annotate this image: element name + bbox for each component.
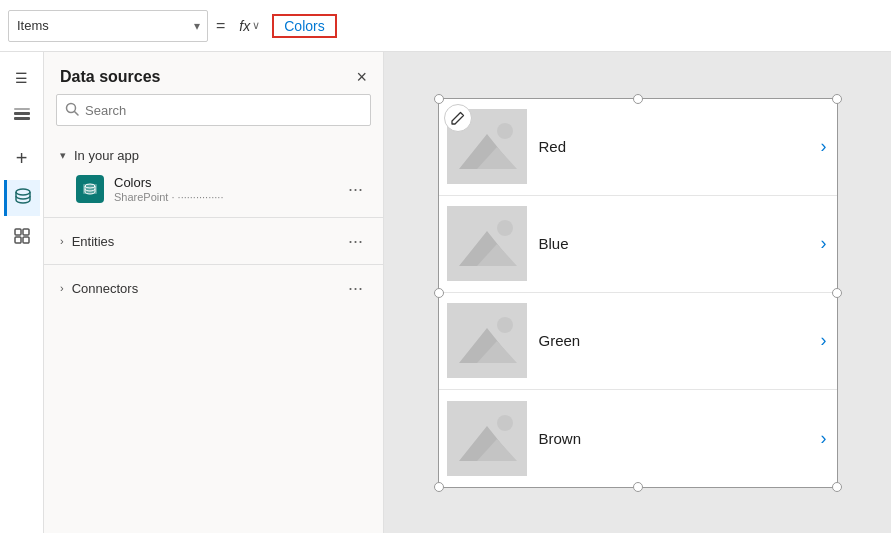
svg-rect-7 — [23, 237, 29, 243]
gallery-thumb-brown — [447, 401, 527, 476]
layers-icon — [13, 107, 31, 129]
formula-value-box[interactable]: Colors — [272, 14, 336, 38]
gallery-row-arrow-green: › — [821, 330, 837, 351]
fx-text: fx — [239, 18, 250, 34]
table-row[interactable]: Green › — [439, 293, 837, 390]
search-icon — [65, 102, 79, 119]
chevron-right-icon: › — [60, 235, 64, 247]
chevron-down-icon: ▾ — [60, 149, 66, 162]
items-select[interactable]: Items — [8, 10, 208, 42]
sidebar-icons-panel: ☰ + — [0, 52, 44, 533]
in-your-app-label: In your app — [74, 148, 367, 163]
colors-more-icon[interactable]: ··· — [344, 180, 367, 198]
gallery-row-label-green: Green — [539, 332, 821, 349]
canvas-area: Red › Blue › — [384, 52, 891, 533]
svg-point-27 — [497, 415, 513, 431]
connectors-group: › Connectors ··· — [44, 269, 383, 307]
connectors-label: Connectors — [72, 281, 344, 296]
chevron-right-icon-2: › — [60, 282, 64, 294]
fx-button[interactable]: fx ∨ — [233, 14, 266, 38]
svg-rect-6 — [15, 237, 21, 243]
component-icon — [13, 227, 31, 249]
gallery-row-arrow-brown: › — [821, 428, 837, 449]
hamburger-icon: ☰ — [15, 70, 28, 86]
equals-sign: = — [216, 17, 225, 35]
entities-label: Entities — [72, 234, 344, 249]
canvas-inner: Red › Blue › — [384, 52, 891, 533]
data-sources-panel: Data sources × ▾ In your app — [44, 52, 384, 533]
gallery-row-arrow-red: › — [821, 136, 837, 157]
entities-header[interactable]: › Entities ··· — [44, 226, 383, 256]
svg-rect-1 — [14, 117, 30, 120]
divider-2 — [44, 264, 383, 265]
gallery-row-label-red: Red — [539, 138, 821, 155]
gallery-thumb-blue — [447, 206, 527, 281]
gallery-container[interactable]: Red › Blue › — [438, 98, 838, 488]
svg-rect-2 — [14, 108, 30, 110]
gallery-row-arrow-blue: › — [821, 233, 837, 254]
svg-line-9 — [75, 111, 79, 115]
panel-close-button[interactable]: × — [356, 68, 367, 86]
layers-icon-btn[interactable] — [4, 100, 40, 136]
top-bar: Items = fx ∨ Colors — [0, 0, 891, 52]
svg-point-3 — [16, 189, 30, 195]
svg-point-23 — [497, 317, 513, 333]
hamburger-icon-btn[interactable]: ☰ — [4, 60, 40, 96]
in-your-app-header[interactable]: ▾ In your app — [44, 142, 383, 169]
svg-point-19 — [497, 220, 513, 236]
svg-rect-0 — [14, 112, 30, 115]
panel-title: Data sources — [60, 68, 161, 86]
data-icon-btn[interactable] — [4, 180, 40, 216]
colors-datasource-icon — [76, 175, 104, 203]
in-your-app-group: ▾ In your app Colors SharePoi — [44, 138, 383, 213]
search-box — [56, 94, 371, 126]
table-row[interactable]: Brown › — [439, 390, 837, 487]
gallery-row-label-blue: Blue — [539, 235, 821, 252]
colors-name: Colors — [114, 175, 344, 190]
svg-rect-4 — [15, 229, 21, 235]
gallery-thumb-green — [447, 303, 527, 378]
gallery-list: Red › Blue › — [438, 98, 838, 488]
entities-group: › Entities ··· — [44, 222, 383, 260]
table-row[interactable]: Blue › — [439, 196, 837, 293]
entities-more-icon[interactable]: ··· — [344, 232, 367, 250]
panel-header: Data sources × — [44, 52, 383, 94]
connectors-more-icon[interactable]: ··· — [344, 279, 367, 297]
main-layout: ☰ + — [0, 52, 891, 533]
colors-datasource-item[interactable]: Colors SharePoint · ··············· ··· — [44, 169, 383, 209]
items-dropdown-wrapper[interactable]: Items — [8, 10, 208, 42]
fx-chevron-icon: ∨ — [252, 19, 260, 32]
colors-info: Colors SharePoint · ··············· — [114, 175, 344, 203]
svg-rect-5 — [23, 229, 29, 235]
gallery-row-label-brown: Brown — [539, 430, 821, 447]
tree-section: ▾ In your app Colors SharePoi — [44, 138, 383, 533]
formula-bar: Items = fx ∨ Colors — [8, 10, 348, 42]
database-icon — [14, 187, 32, 209]
search-input[interactable] — [85, 103, 362, 118]
plus-icon: + — [16, 147, 28, 170]
edit-icon[interactable] — [444, 104, 472, 132]
add-icon-btn[interactable]: + — [4, 140, 40, 176]
connectors-header[interactable]: › Connectors ··· — [44, 273, 383, 303]
svg-point-15 — [497, 123, 513, 139]
colors-sub: SharePoint · ··············· — [114, 191, 344, 203]
table-row[interactable]: Red › — [439, 99, 837, 196]
divider-1 — [44, 217, 383, 218]
component-icon-btn[interactable] — [4, 220, 40, 256]
